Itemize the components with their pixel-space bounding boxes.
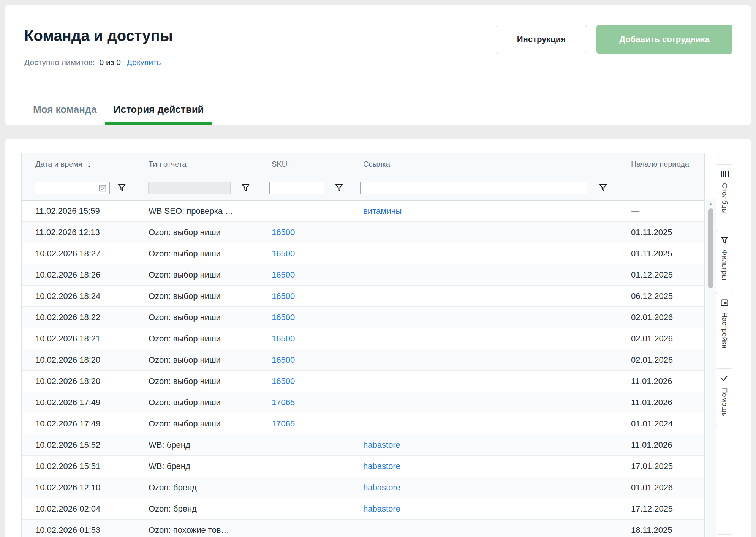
cell-period-start: 06.12.2025: [617, 291, 704, 301]
sku-link[interactable]: 16500: [272, 376, 295, 386]
cell-datetime: 10.02.2026 18:20: [22, 376, 138, 386]
link-filter-funnel-icon[interactable]: [599, 183, 607, 192]
buy-more-link[interactable]: Докупить: [127, 58, 161, 66]
report-link[interactable]: habastore: [363, 440, 400, 450]
table-row[interactable]: 10.02.2026 18:20 Ozon: выбор ниши 16500 …: [22, 371, 704, 392]
rail-filters-button[interactable]: Фильтры: [716, 231, 732, 293]
cell-period-start: 11.01.2026: [617, 376, 704, 386]
cell-period-start: 11.01.2026: [617, 440, 704, 450]
cell-datetime: 10.02.2026 01:53: [22, 525, 138, 535]
table-row[interactable]: 10.02.2026 18:27 Ozon: выбор ниши 16500 …: [22, 243, 704, 264]
table-row[interactable]: 10.02.2026 18:24 Ozon: выбор ниши 16500 …: [22, 286, 704, 307]
sku-link[interactable]: 17065: [272, 398, 295, 407]
report-link[interactable]: habastore: [363, 504, 400, 513]
table-header-row: Дата и время ↓ Тип отчета SKU Ссылка Нач…: [22, 153, 704, 175]
add-employee-button[interactable]: Добавить сотрудника: [596, 25, 732, 54]
report-type-filter-input: [148, 182, 231, 194]
cell-sku: 16500: [260, 355, 351, 365]
table-row[interactable]: 10.02.2026 01:53 Ozon: похожие тов… 18.1…: [22, 520, 704, 537]
cell-report-type: Ozon: выбор ниши: [138, 419, 260, 429]
cell-period-start: 11.01.2026: [617, 398, 704, 407]
cell-sku: 17065: [260, 398, 351, 407]
report-link[interactable]: habastore: [363, 461, 400, 471]
table-row[interactable]: 10.02.2026 15:51 WB: бренд habastore 17.…: [22, 456, 704, 477]
cell-link: habastore: [351, 504, 617, 514]
scroll-up-icon[interactable]: ▲: [706, 200, 716, 207]
sku-link[interactable]: 16500: [272, 227, 295, 237]
cell-report-type: Ozon: бренд: [138, 504, 260, 514]
rail-columns-button[interactable]: Столбцы: [716, 164, 732, 231]
cell-datetime: 10.02.2026 15:51: [22, 461, 138, 471]
table-row[interactable]: 10.02.2026 18:20 Ozon: выбор ниши 16500 …: [22, 349, 704, 371]
filter-cell-link: [351, 175, 617, 200]
table-row[interactable]: 10.02.2026 12:10 Ozon: бренд habastore 0…: [22, 477, 704, 498]
column-header-sku[interactable]: SKU: [260, 153, 351, 175]
vertical-scrollbar[interactable]: ▲: [706, 199, 716, 537]
cell-link: habastore: [351, 483, 617, 493]
side-rail: Столбцы Фильтры Настройки: [716, 150, 732, 535]
cell-period-start: —: [617, 206, 704, 216]
cell-datetime: 10.02.2026 12:10: [22, 483, 138, 493]
column-header-datetime[interactable]: Дата и время ↓: [22, 153, 138, 175]
cell-report-type: Ozon: выбор ниши: [138, 291, 260, 301]
cell-period-start: 17.12.2025: [617, 504, 704, 514]
column-header-link[interactable]: Ссылка: [351, 153, 617, 175]
table-row[interactable]: 10.02.2026 18:22 Ozon: выбор ниши 16500 …: [22, 307, 704, 328]
cell-datetime: 10.02.2026 18:27: [22, 249, 138, 259]
cell-datetime: 10.02.2026 18:22: [22, 313, 138, 322]
cell-period-start: 02.01.2026: [617, 313, 704, 322]
sku-filter-funnel-icon[interactable]: [335, 183, 343, 192]
sku-link[interactable]: 16500: [272, 355, 295, 365]
table-row[interactable]: 10.02.2026 17:49 Ozon: выбор ниши 17065 …: [22, 392, 704, 413]
table-row[interactable]: 10.02.2026 18:26 Ozon: выбор ниши 16500 …: [22, 264, 704, 286]
table-row[interactable]: 11.02.2026 15:59 WB SEO: проверка … вита…: [22, 201, 704, 222]
cell-datetime: 10.02.2026 02:04: [22, 504, 138, 514]
cell-report-type: Ozon: выбор ниши: [138, 334, 260, 344]
columns-icon: [720, 170, 729, 179]
cell-sku: 16500: [260, 376, 351, 386]
cell-datetime: 11.02.2026 15:59: [22, 206, 138, 216]
tabs-bar: Моя команда История действий: [25, 83, 212, 125]
settings-panel-icon: [720, 299, 729, 308]
sku-link[interactable]: 16500: [272, 270, 295, 280]
cell-period-start: 01.12.2025: [617, 270, 704, 280]
table-row[interactable]: 11.02.2026 12:13 Ozon: выбор ниши 16500 …: [22, 222, 704, 243]
rail-settings-button[interactable]: Настройки: [716, 293, 732, 369]
header-card: Команда и доступы Доступно лимитов: 0 из…: [5, 5, 751, 125]
cell-datetime: 10.02.2026 17:49: [22, 398, 138, 407]
cell-sku: 16500: [260, 313, 351, 322]
table-row[interactable]: 10.02.2026 02:04 Ozon: бренд habastore 1…: [22, 498, 704, 520]
sku-link[interactable]: 16500: [272, 291, 295, 301]
cell-report-type: Ozon: выбор ниши: [138, 249, 260, 259]
link-filter-input[interactable]: [360, 182, 587, 194]
calendar-icon[interactable]: [98, 183, 107, 194]
table-row[interactable]: 10.02.2026 17:49 Ozon: выбор ниши 17065 …: [22, 413, 704, 434]
tab-action-history[interactable]: История действий: [105, 83, 212, 125]
sku-filter-input[interactable]: [269, 182, 324, 194]
rail-columns-label: Столбцы: [720, 183, 729, 214]
sku-link[interactable]: 16500: [272, 334, 295, 343]
sku-link[interactable]: 17065: [272, 419, 295, 428]
cell-report-type: Ozon: выбор ниши: [138, 376, 260, 386]
column-header-report-type[interactable]: Тип отчета: [138, 153, 260, 175]
cell-period-start: 01.11.2025: [617, 249, 704, 259]
table-row[interactable]: 10.02.2026 18:21 Ozon: выбор ниши 16500 …: [22, 328, 704, 349]
sku-link[interactable]: 16500: [272, 249, 295, 258]
report-link[interactable]: витамины: [363, 206, 402, 216]
sku-link[interactable]: 16500: [272, 313, 295, 322]
report-link[interactable]: habastore: [363, 483, 400, 492]
datetime-filter-funnel-icon[interactable]: [117, 183, 126, 192]
cell-link: habastore: [351, 461, 617, 471]
rail-help-button[interactable]: Помощь: [716, 368, 732, 426]
cell-sku: 16500: [260, 227, 351, 237]
table-card: Дата и время ↓ Тип отчета SKU Ссылка Нач…: [5, 139, 751, 537]
rail-settings-label: Настройки: [720, 312, 729, 349]
tab-my-team[interactable]: Моя команда: [25, 83, 105, 125]
column-header-period-start[interactable]: Начало периода: [617, 153, 704, 175]
report-type-filter-funnel-icon[interactable]: [241, 183, 250, 192]
table-row[interactable]: 10.02.2026 15:52 WB: бренд habastore 11.…: [22, 434, 704, 456]
sort-desc-icon[interactable]: ↓: [87, 160, 91, 169]
cell-report-type: Ozon: бренд: [138, 483, 260, 493]
scrollbar-thumb[interactable]: [708, 208, 713, 288]
instruction-button[interactable]: Инструкция: [496, 25, 587, 54]
